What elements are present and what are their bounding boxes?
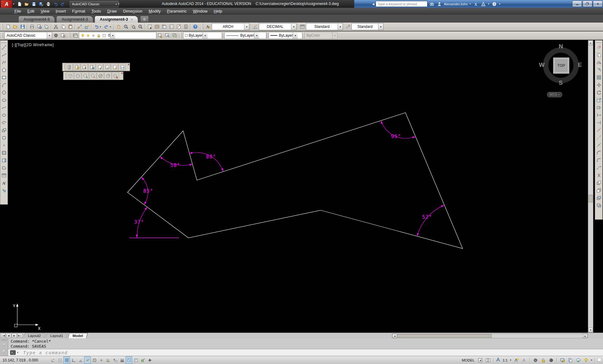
grid-display-toggle[interactable] [63,356,70,364]
chevron-down-icon[interactable]: ▼ [291,24,296,30]
chevron-down-icon[interactable]: ▼ [203,32,208,39]
toolbar-grip[interactable] [63,64,65,70]
plot-preview-button[interactable] [35,23,43,30]
close-button[interactable]: × [593,1,603,7]
plot-icon[interactable] [45,0,52,8]
command-input[interactable]: Type a command [23,350,68,355]
toolbar-grip[interactable] [1,41,7,43]
swatch-icon[interactable] [101,34,107,38]
transparency-toggle[interactable] [126,356,132,364]
break-at-point-icon[interactable] [595,127,602,134]
tray-menu-icon[interactable]: ▼ [590,359,593,361]
menu-window[interactable]: Window [190,8,210,14]
model-space-button[interactable]: MODEL [461,358,475,362]
annotation-scale-value[interactable]: 1:1 [502,358,508,362]
viewcube-top-face[interactable]: TOP [553,57,569,74]
scroll-up-icon[interactable]: ▲ [588,40,593,45]
qnew-button[interactable] [4,23,12,30]
undo-icon[interactable] [52,0,59,8]
arc-icon[interactable] [1,82,8,88]
menu-view[interactable]: View [37,8,52,14]
copy-button[interactable] [59,23,67,30]
qnew-icon[interactable] [16,0,23,8]
lineweight-combo[interactable]: ByLayer ▼ [269,32,302,39]
annotation-monitor-toggle[interactable] [146,356,153,364]
break-icon[interactable] [595,134,602,141]
chevron-down-icon[interactable]: ▼ [338,24,343,30]
ellipse-arc-icon[interactable] [1,119,8,126]
menu-help[interactable]: Help [211,8,225,14]
copy-icon[interactable] [595,51,602,58]
qat-customize-icon[interactable]: ▼ [117,3,120,5]
lock-open-icon[interactable] [540,356,547,364]
point-cloud-icon[interactable] [1,187,8,194]
chevron-down-icon[interactable]: ▼ [293,32,298,39]
file-tab-assignment4-8[interactable]: Assignment4-8 [18,16,55,23]
workspace-selector[interactable]: AutoCAD Classic ▼ [70,1,119,7]
gradient-icon[interactable] [1,157,8,164]
color-combo[interactable]: ByLayer ▼ [183,32,222,39]
clean-screen-icon[interactable] [597,357,602,363]
join-icon[interactable] [595,142,602,149]
file-tab-assignment4-3[interactable]: Assignment4-3 [56,16,93,23]
first-tab-icon[interactable]: ❘◀ [0,333,6,338]
menu-format[interactable]: Format [69,8,88,14]
polyline-icon[interactable] [1,59,8,66]
sphere-icon[interactable] [74,72,81,79]
workspace-combo[interactable]: AutoCAD Classic ▼ [4,32,52,39]
search-icon[interactable] [429,1,435,7]
menu-file[interactable]: File [11,8,24,14]
fillet-icon[interactable] [595,157,602,164]
properties-button[interactable] [146,23,153,30]
viewcube-north[interactable]: N [559,43,563,50]
menu-edit[interactable]: Edit [24,8,37,14]
make-current-icon[interactable] [156,32,164,39]
reference-arrow-icon[interactable] [81,63,88,71]
menu-draw[interactable]: Draw [104,8,120,14]
tray-monitor-icon[interactable] [559,356,566,364]
layer-combo[interactable]: 0 ▼ [79,32,156,39]
circle-delete-icon[interactable] [112,72,119,79]
menu-parametric[interactable]: Parametric [164,8,190,14]
menu-modify[interactable]: Modify [145,8,164,14]
dimension-style-combo[interactable]: DECIMAL ▼ [259,23,296,30]
sphere-add-icon[interactable] [82,72,89,79]
sun-icon[interactable] [85,34,91,38]
object-snap-tracking-toggle[interactable] [98,356,105,364]
text-style-combo[interactable]: ARCH ▼ [212,23,249,30]
reference-lock-icon[interactable] [73,63,80,71]
selection-cycling-toggle[interactable] [139,356,146,364]
command-prompt-icon[interactable]: >_ [10,350,16,355]
table-icon[interactable] [1,172,8,179]
save-reference-edits-icon[interactable] [103,63,111,71]
rotate-icon[interactable] [595,89,602,96]
spline-icon[interactable] [1,104,8,111]
layout-tab-layout2[interactable]: Layout2 [23,333,46,339]
search-input[interactable]: Type a keyword or phrase [376,1,427,7]
annotation-autoscale-icon[interactable] [520,356,528,364]
workspace-settings-icon[interactable] [52,32,59,39]
array-icon[interactable] [595,74,602,81]
quickcalc-button[interactable] [182,23,189,30]
model-space-icon[interactable] [476,356,484,364]
ellipse-icon[interactable] [1,112,8,119]
render-floating-toolbar[interactable]: x [63,72,123,80]
help-icon[interactable]: ? [491,1,497,7]
gear-icon[interactable] [532,356,539,364]
designcenter-button[interactable] [153,23,160,30]
toolbar-grip[interactable] [2,24,3,30]
trim-icon[interactable] [595,112,602,119]
customize-icon[interactable] [0,348,8,354]
save-button[interactable] [19,23,26,30]
vertical-scroll-thumb[interactable] [589,195,593,202]
send-to-back-icon[interactable] [595,187,602,194]
line-icon[interactable] [1,44,8,51]
drawing-canvas[interactable]: [-][Top][2D Wireframe] 58°88°85°37°95°52… [0,40,603,333]
annotation-scale-icon[interactable] [496,357,501,363]
sheet-set-manager-button[interactable] [168,23,175,30]
chevron-down-icon[interactable]: ▼ [110,32,115,39]
bulb-icon[interactable] [582,356,589,364]
viewcube[interactable]: N S W E TOP [540,44,582,87]
user-menu-arrow-icon[interactable]: ▼ [469,3,471,5]
saveas-icon[interactable] [37,0,45,8]
